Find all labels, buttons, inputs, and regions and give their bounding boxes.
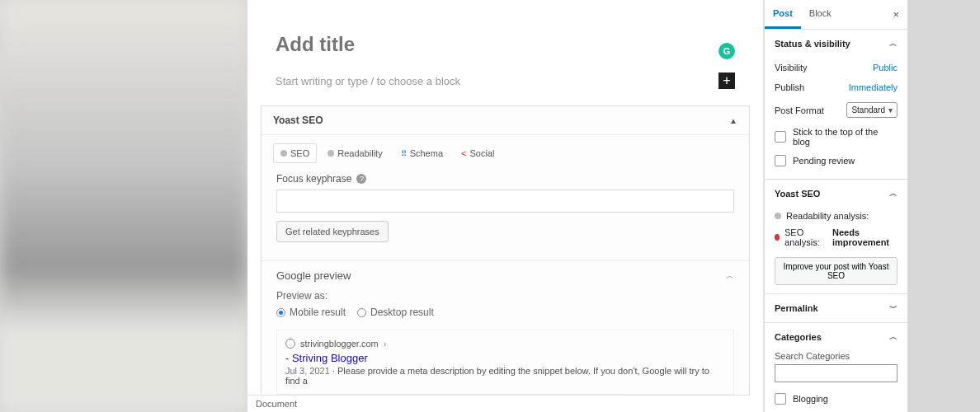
- chevron-up-icon: ︿: [889, 331, 898, 343]
- chevron-up-icon: ︿: [726, 270, 734, 282]
- panel-categories-title: Categories: [775, 332, 822, 342]
- yoast-tabs: SEO Readability ⠿Schema <Social: [261, 135, 749, 163]
- title-input[interactable]: [276, 33, 735, 56]
- radio-mobile[interactable]: Mobile result: [276, 307, 346, 318]
- visibility-label: Visibility: [775, 63, 808, 73]
- panel-permalink: Permalink ﹀: [765, 294, 907, 323]
- snippet-url-text: strivingblogger.com: [300, 339, 379, 349]
- panel-categories-header[interactable]: Categories ︿: [765, 323, 907, 351]
- visibility-row: Visibility Public: [775, 58, 898, 77]
- yoast-metabox: Yoast SEO ▲ SEO Readability ⠿Schema <Soc…: [261, 105, 750, 396]
- visibility-value[interactable]: Public: [873, 63, 898, 73]
- chevron-up-icon: ︿: [889, 38, 898, 49]
- radio-desktop-label: Desktop result: [370, 307, 434, 318]
- panel-yoast-header[interactable]: Yoast SEO ︿: [765, 180, 907, 208]
- settings-sidebar: Post Block × Status & visibility ︿ Visib…: [764, 0, 907, 412]
- format-value: Standard: [851, 105, 885, 115]
- format-select[interactable]: Standard▾: [846, 102, 898, 118]
- yoast-header[interactable]: Yoast SEO ▲: [261, 106, 749, 135]
- chevron-right-icon: ›: [384, 339, 387, 349]
- status-dot-icon: [775, 213, 781, 219]
- tab-social-label: Social: [469, 148, 494, 158]
- preview-as-section: Preview as: Mobile result Desktop result: [261, 290, 749, 326]
- grammarly-icon[interactable]: G: [719, 43, 735, 59]
- add-block-button[interactable]: +: [719, 73, 735, 89]
- focus-keyphrase-input[interactable]: [276, 190, 734, 213]
- status-dot-icon: [327, 150, 334, 157]
- tab-post[interactable]: Post: [765, 0, 801, 29]
- body-placeholder[interactable]: Start writing or type / to choose a bloc…: [276, 75, 460, 87]
- google-preview-header[interactable]: Google preview ︿: [261, 261, 749, 290]
- title-area: [247, 0, 763, 64]
- search-categories-input[interactable]: [775, 364, 898, 382]
- tab-readability[interactable]: Readability: [320, 143, 389, 163]
- publish-row: Publish Immediately: [775, 77, 898, 97]
- radio-icon: [276, 308, 285, 317]
- publish-label: Publish: [775, 82, 804, 92]
- panel-yoast-body: Readability analysis: SEO analysis: Need…: [765, 208, 907, 293]
- snippet-url: strivingblogger.com ›: [285, 339, 725, 349]
- editor-main: G Start writing or type / to choose a bl…: [247, 0, 764, 412]
- background-blur: [0, 0, 247, 412]
- publish-value[interactable]: Immediately: [849, 82, 898, 92]
- help-icon[interactable]: ?: [356, 174, 366, 184]
- radio-desktop[interactable]: Desktop result: [357, 307, 434, 318]
- radio-mobile-label: Mobile result: [290, 307, 346, 318]
- related-keyphrases-button[interactable]: Get related keyphrases: [276, 221, 389, 242]
- panel-status-header[interactable]: Status & visibility ︿: [765, 30, 907, 58]
- panel-status-body: Visibility Public Publish Immediately Po…: [765, 58, 907, 179]
- share-icon: <: [461, 148, 466, 158]
- globe-icon: [285, 339, 295, 349]
- category-item[interactable]: Blogging: [775, 389, 898, 409]
- snippet-title: - Striving Blogger: [285, 352, 725, 364]
- editor-footer[interactable]: Document: [247, 395, 620, 412]
- seo-analysis-value: Needs improvement: [832, 227, 898, 247]
- tab-block[interactable]: Block: [801, 0, 840, 29]
- panel-permalink-header[interactable]: Permalink ﹀: [765, 294, 907, 322]
- checkbox-icon: [775, 155, 786, 166]
- seo-analysis-row[interactable]: SEO analysis: Needs improvement: [775, 224, 898, 250]
- search-categories-label: Search Categories: [775, 351, 898, 361]
- checkbox-icon: [775, 393, 786, 405]
- panel-status: Status & visibility ︿ Visibility Public …: [765, 30, 907, 180]
- pending-label: Pending review: [793, 156, 855, 166]
- snippet-desc-text: Please provide a meta description by edi…: [285, 366, 709, 386]
- panel-categories: Categories ︿ Search Categories Blogging …: [765, 323, 907, 412]
- tab-social[interactable]: <Social: [454, 143, 502, 163]
- tab-schema-label: Schema: [410, 148, 443, 158]
- category-item[interactable]: Blog Traffic: [789, 409, 898, 412]
- panel-yoast: Yoast SEO ︿ Readability analysis: SEO an…: [765, 180, 907, 294]
- focus-label-text: Focus keyphrase: [276, 173, 351, 185]
- stick-label: Stick to the top of the blog: [793, 127, 898, 147]
- chevron-up-icon: ︿: [889, 188, 898, 199]
- chevron-down-icon: ▾: [888, 105, 893, 115]
- preview-as-label: Preview as:: [276, 290, 734, 302]
- tab-schema[interactable]: ⠿Schema: [393, 143, 450, 163]
- checkbox-icon: [775, 131, 786, 143]
- focus-keyphrase-label: Focus keyphrase ?: [276, 173, 734, 185]
- format-row: Post Format Standard▾: [775, 97, 898, 123]
- pending-checkbox[interactable]: Pending review: [775, 151, 898, 171]
- tab-readability-label: Readability: [337, 148, 382, 158]
- stick-checkbox[interactable]: Stick to the top of the blog: [775, 123, 898, 151]
- google-preview-label: Google preview: [276, 269, 351, 282]
- grid-icon: ⠿: [401, 149, 407, 158]
- improve-post-button[interactable]: Improve your post with Yoast SEO: [775, 257, 898, 285]
- body-area: Start writing or type / to choose a bloc…: [247, 64, 763, 105]
- preview-radio-group: Mobile result Desktop result: [276, 307, 734, 318]
- panel-yoast-title: Yoast SEO: [775, 189, 820, 199]
- panel-status-title: Status & visibility: [775, 39, 850, 49]
- status-dot-icon: [280, 150, 287, 157]
- snippet-preview: strivingblogger.com › - Striving Blogger…: [276, 330, 734, 395]
- editor-app: G Start writing or type / to choose a bl…: [247, 0, 907, 412]
- readability-label: Readability analysis:: [786, 211, 869, 221]
- focus-keyphrase-section: Focus keyphrase ? Get related keyphrases: [261, 163, 749, 252]
- category-label: Blogging: [793, 394, 828, 404]
- snippet-date: Jul 3, 2021: [285, 366, 330, 376]
- close-sidebar-button[interactable]: ×: [884, 0, 907, 29]
- readability-analysis-row[interactable]: Readability analysis:: [775, 208, 898, 224]
- radio-icon: [357, 308, 366, 317]
- google-preview-section: Google preview ︿ Preview as: Mobile resu…: [261, 260, 749, 395]
- format-label: Post Format: [775, 105, 824, 115]
- tab-seo[interactable]: SEO: [273, 143, 317, 163]
